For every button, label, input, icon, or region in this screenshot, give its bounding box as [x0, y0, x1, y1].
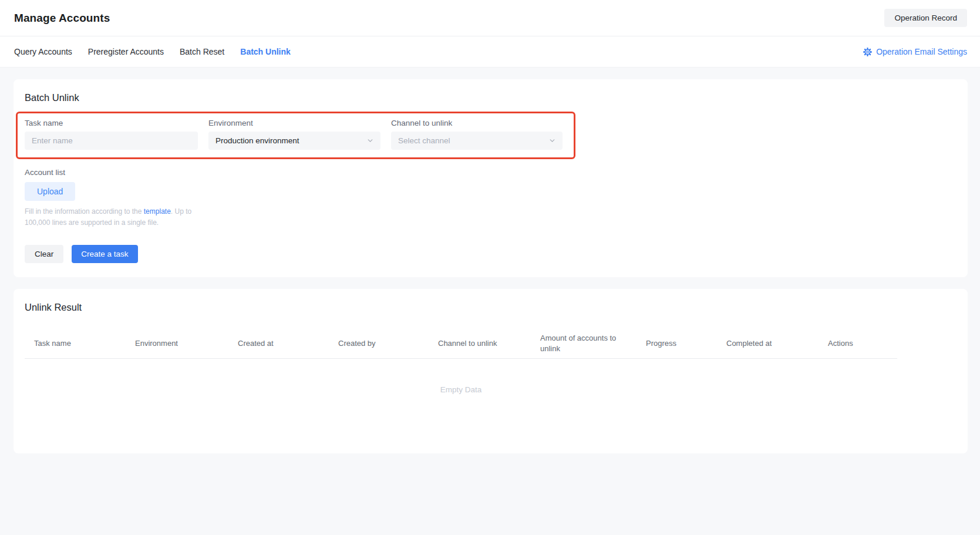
column-header-created-by: Created by	[338, 338, 438, 349]
tab-preregister-accounts[interactable]: Preregister Accounts	[88, 45, 164, 59]
tab-list: Query Accounts Preregister Accounts Batc…	[14, 45, 291, 59]
unlink-result-card: Unlink Result Task name Environment Crea…	[14, 289, 968, 453]
tab-batch-reset[interactable]: Batch Reset	[180, 45, 224, 59]
operation-email-settings-label: Operation Email Settings	[876, 47, 967, 56]
column-header-progress: Progress	[646, 338, 726, 349]
column-header-task-name: Task name	[34, 338, 135, 349]
environment-select-value: Production environment	[215, 136, 299, 145]
result-table-header-row: Task name Environment Created at Created…	[25, 328, 897, 359]
task-name-label: Task name	[25, 119, 198, 127]
main-content: Batch Unlink Task name Environment Produ…	[0, 68, 980, 453]
batch-unlink-section-title: Batch Unlink	[25, 92, 956, 103]
result-table: Task name Environment Created at Created…	[25, 328, 897, 428]
column-header-amount: Amount of accounts to unlink	[540, 333, 646, 354]
column-header-completed-at: Completed at	[726, 338, 828, 349]
create-task-button[interactable]: Create a task	[72, 245, 137, 263]
channel-to-unlink-label: Channel to unlink	[391, 119, 563, 127]
upload-hint-text-after: . Up to	[171, 207, 191, 216]
environment-field: Environment Production environment	[208, 119, 380, 150]
upload-button[interactable]: Upload	[25, 182, 75, 201]
form-actions: Clear Create a task	[25, 245, 956, 263]
task-name-input[interactable]	[25, 132, 198, 150]
column-header-environment: Environment	[135, 338, 238, 349]
tab-batch-unlink[interactable]: Batch Unlink	[240, 45, 291, 59]
gear-icon	[863, 48, 872, 56]
environment-label: Environment	[208, 119, 380, 127]
page-title: Manage Accounts	[14, 12, 110, 25]
upload-hint-line2: 100,000 lines are supported in a single …	[25, 217, 956, 228]
upload-hint-line1: Fill in the information according to the…	[25, 206, 956, 217]
column-header-created-at: Created at	[238, 338, 338, 349]
tab-query-accounts[interactable]: Query Accounts	[14, 45, 72, 59]
channel-select-placeholder: Select channel	[398, 136, 450, 145]
highlighted-form-region: Task name Environment Production environ…	[16, 112, 575, 159]
upload-hint-text-before: Fill in the information according to the	[25, 207, 144, 216]
batch-unlink-card: Batch Unlink Task name Environment Produ…	[14, 79, 968, 277]
operation-record-button[interactable]: Operation Record	[884, 9, 967, 27]
tab-bar: Query Accounts Preregister Accounts Batc…	[0, 36, 980, 68]
chevron-down-icon	[549, 137, 555, 144]
page-header: Manage Accounts Operation Record	[0, 0, 980, 36]
account-list-label: Account list	[25, 168, 956, 177]
channel-select[interactable]: Select channel	[391, 132, 563, 150]
column-header-channel-to-unlink: Channel to unlink	[438, 338, 540, 349]
app-root: Manage Accounts Operation Record Query A…	[0, 0, 980, 453]
operation-email-settings-link[interactable]: Operation Email Settings	[863, 47, 967, 56]
chevron-down-icon	[367, 137, 373, 144]
upload-hint: Fill in the information according to the…	[25, 206, 956, 228]
column-header-actions: Actions	[828, 338, 897, 349]
template-link[interactable]: template	[144, 207, 171, 216]
channel-to-unlink-field: Channel to unlink Select channel	[391, 119, 563, 150]
empty-data-placeholder: Empty Data	[25, 359, 897, 428]
task-name-field: Task name	[25, 119, 198, 150]
unlink-result-section-title: Unlink Result	[25, 302, 956, 313]
environment-select[interactable]: Production environment	[208, 132, 380, 150]
clear-button[interactable]: Clear	[25, 245, 63, 263]
